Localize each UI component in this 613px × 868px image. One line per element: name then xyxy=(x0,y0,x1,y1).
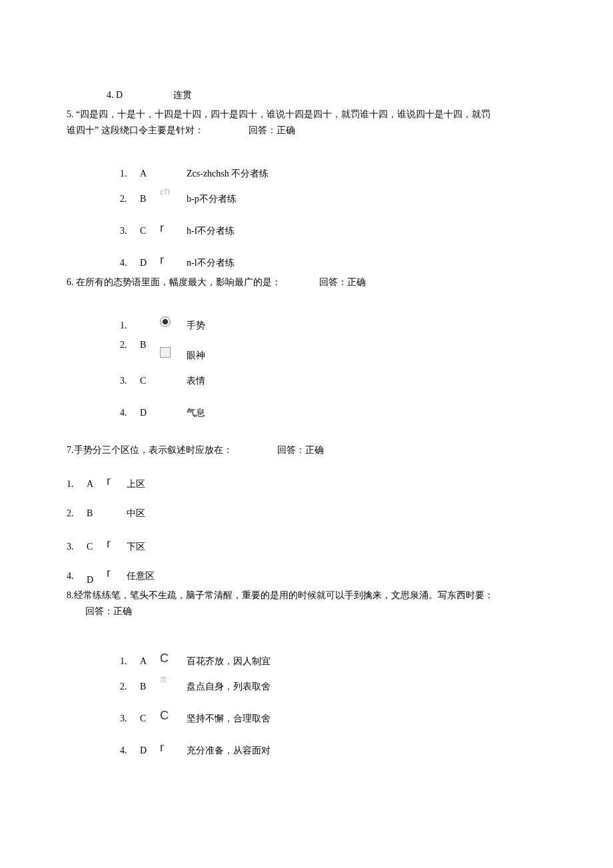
option-number: 3. xyxy=(120,224,140,238)
feedback-text: 回答：正确 xyxy=(319,277,366,287)
q7-option: 1. A r 上区 xyxy=(67,471,546,491)
radio-selected-icon[interactable] xyxy=(160,316,171,327)
option-marker: r xyxy=(107,538,127,554)
question-text: “四是四，十是十，十四是十四，四十是四十，谁说十四是四十，就罚谁十四，谁说四十是… xyxy=(76,109,490,119)
marker-r: r xyxy=(160,741,164,754)
option-marker: cTl xyxy=(160,190,187,206)
question-number: 8. xyxy=(67,590,74,600)
option-letter: D xyxy=(140,406,160,420)
option-number: 4. xyxy=(120,406,140,420)
document-page: 4. D 连贯 5. “四是四，十是十，十四是十四，四十是四十，谁说十四是四十，… xyxy=(0,0,613,803)
option-text: 上区 xyxy=(127,477,546,491)
marker-C: C xyxy=(160,651,169,665)
option-letter: C xyxy=(140,224,160,238)
feedback-text: 回答：正确 xyxy=(277,445,324,455)
q6-option: 4. D 气息 xyxy=(67,400,546,420)
marker-r: r xyxy=(107,566,111,580)
option-text: 盘点自身，列表取舍 xyxy=(187,679,546,693)
option-marker xyxy=(147,86,173,102)
option-marker xyxy=(160,338,187,360)
option-number: 4. xyxy=(67,569,87,583)
option-marker: 简 xyxy=(160,677,187,693)
q6-option: 3. C 表情 xyxy=(67,368,546,388)
q7-option: 4. D r 任意区 xyxy=(67,563,546,583)
question-number: 5. xyxy=(67,109,74,119)
q8-option: 3. C C 坚持不懈，合理取舍 xyxy=(67,705,546,725)
option-number: 3. xyxy=(67,540,87,554)
option-letter: D xyxy=(140,743,160,757)
option-marker: r xyxy=(160,254,187,270)
q5-line1: 5. “四是四，十是十，十四是十四，四十是四十，谁说十四是四十，就罚谁十四，谁说… xyxy=(67,107,546,121)
option-marker xyxy=(107,504,127,520)
option-letter: A xyxy=(87,477,107,491)
option-text: 表情 xyxy=(187,374,546,388)
q5-option: 3. C r h-f不分者练 xyxy=(67,218,546,238)
option-marker: r xyxy=(160,741,187,757)
option-number: 1. xyxy=(67,477,87,491)
option-number: 4. D xyxy=(107,88,147,102)
q8-option: 1. A C 百花齐放，因人制宜 xyxy=(67,648,546,668)
marker-r: r xyxy=(160,221,164,234)
option-text: 充分准备，从容面对 xyxy=(187,743,546,757)
option-marker: C xyxy=(160,709,187,725)
option-number: 4. xyxy=(120,743,140,757)
option-marker xyxy=(160,316,187,332)
question-number: 7. xyxy=(67,445,74,455)
option-text: Zcs-zhchsh 不分者练 xyxy=(187,167,546,181)
option-number: 2. xyxy=(120,338,140,352)
option-letter: A xyxy=(140,167,160,181)
option-marker xyxy=(160,372,187,388)
option-marker: r xyxy=(107,475,127,491)
option-number: 2. xyxy=(67,506,87,520)
option-letter: A xyxy=(140,654,160,668)
q5-line2: 谁四十” 这段绕口令主要是针对： 回答：正确 xyxy=(67,123,546,137)
option-number: 4. xyxy=(120,256,140,270)
option-text: n-l不分者练 xyxy=(187,256,546,270)
option-marker: C xyxy=(160,652,187,668)
q5-option: 2. B cTl b-p不分者练 xyxy=(67,186,546,206)
q8-option: 2. B 简 盘点自身，列表取舍 xyxy=(67,673,546,693)
option-text: 气息 xyxy=(187,406,546,420)
q4-option-d: 4. D 连贯 xyxy=(67,82,546,102)
marker-small: 简 xyxy=(160,675,167,683)
q6-option: 1. 手势 xyxy=(67,312,546,332)
option-text: 百花齐放，因人制宜 xyxy=(187,654,546,668)
marker-cTl: cTl xyxy=(160,188,170,196)
option-letter: B xyxy=(87,506,107,520)
question-text: 经常练练笔，笔头不生疏，脑子常清醒，重要的是用的时候就可以手到擒来，文思泉涌。写… xyxy=(74,590,494,600)
option-letter: B xyxy=(140,338,160,352)
marker-r: r xyxy=(107,537,111,550)
q6-line: 6. 在所有的态势语里面，幅度最大，影响最广的是： 回答：正确 xyxy=(67,275,546,289)
option-letter: D xyxy=(140,256,160,270)
option-number: 2. xyxy=(120,192,140,206)
q6-option: 2. B 眼神 xyxy=(67,338,546,362)
q7-option: 3. C r 下区 xyxy=(67,534,546,554)
question-number: 6. xyxy=(67,277,74,287)
option-letter: B xyxy=(140,192,160,206)
marker-C: C xyxy=(160,709,169,722)
option-number: 1. xyxy=(120,654,140,668)
option-text: 坚持不懈，合理取舍 xyxy=(187,711,546,725)
option-number: 3. xyxy=(120,374,140,388)
option-text: b-p不分者练 xyxy=(187,192,546,206)
option-letter: C xyxy=(140,374,160,388)
option-marker xyxy=(160,165,187,181)
option-letter: C xyxy=(140,711,160,725)
option-text: 眼神 xyxy=(187,338,546,362)
feedback-text: 回答：正确 xyxy=(249,125,295,135)
option-text: h-f不分者练 xyxy=(187,224,546,238)
q8-option: 4. D r 充分准备，从容面对 xyxy=(67,737,546,757)
radio-unselected-icon[interactable] xyxy=(160,347,171,358)
option-text: 手势 xyxy=(187,318,546,332)
q7-option: 2. B 中区 xyxy=(67,500,546,520)
option-number: 1. xyxy=(120,167,140,181)
question-text-cont: 谁四十” 这段绕口令主要是针对： xyxy=(67,125,204,135)
option-text: 下区 xyxy=(127,540,546,554)
q8-feedback: 回答：正确 xyxy=(67,604,546,618)
option-marker: r xyxy=(160,222,187,238)
question-text: 手势分三个区位，表示叙述时应放在： xyxy=(74,445,233,455)
option-number: 1. xyxy=(120,318,140,332)
q5-option: 4. D r n-l不分者练 xyxy=(67,250,546,270)
q8-line: 8.经常练练笔，笔头不生疏，脑子常清醒，重要的是用的时候就可以手到擒来，文思泉涌… xyxy=(67,588,546,602)
marker-r: r xyxy=(107,474,111,488)
